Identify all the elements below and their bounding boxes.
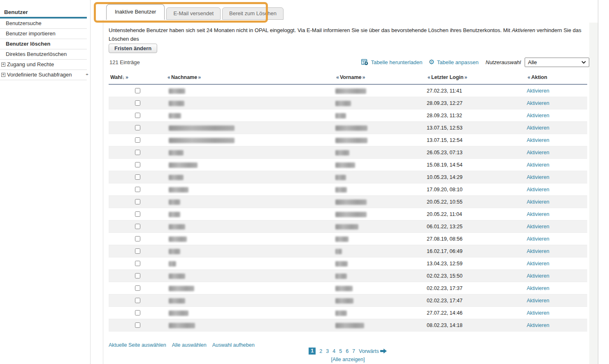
row-select-checkbox[interactable] <box>135 187 140 192</box>
row-select-checkbox[interactable] <box>135 199 140 204</box>
customize-table-link[interactable]: ⚙ Tabelle anpassen <box>428 59 479 65</box>
row-select-checkbox[interactable] <box>135 310 140 315</box>
activate-link[interactable]: Aktivieren <box>527 183 549 196</box>
page-link[interactable]: 3 <box>326 348 329 354</box>
row-select-checkbox[interactable] <box>135 248 140 254</box>
page-link[interactable]: 4 <box>332 348 335 354</box>
activate-link[interactable]: Aktivieren <box>527 146 549 159</box>
activate-link[interactable]: Aktivieren <box>527 257 549 270</box>
row-select-checkbox[interactable] <box>135 174 140 180</box>
row-select-checkbox[interactable] <box>135 211 140 217</box>
activate-link[interactable]: Aktivieren <box>527 85 549 97</box>
select-all-link[interactable]: Alle auswählen <box>172 342 207 348</box>
download-table-link[interactable]: Tabelle herunterladen <box>361 59 422 65</box>
table-row: 15.08.19, 14:54 Aktivieren <box>109 159 587 171</box>
panel-resize-icon[interactable]: ◂▸ <box>86 72 88 76</box>
column-header[interactable]: Wahl↓» <box>110 74 129 80</box>
column-header[interactable]: «Letzter Login» <box>427 74 468 80</box>
user-filter-selected-value: Alle <box>528 59 581 65</box>
last-login-value: 02.02.23, 15:50 <box>427 270 463 282</box>
activate-link[interactable]: Aktivieren <box>527 294 549 307</box>
row-select-checkbox[interactable] <box>135 261 140 266</box>
tab[interactable]: Bereit zum Löschen <box>222 7 284 20</box>
sort-chevron-right-icon[interactable]: » <box>125 74 129 80</box>
sidebar-item[interactable]: Direktes Benutzerlöschen <box>0 49 87 60</box>
sort-chevron-right-icon[interactable]: » <box>362 74 366 80</box>
sidebar-item[interactable]: Benutzer importieren <box>0 29 87 39</box>
sidebar-item[interactable]: Benutzersuche <box>0 19 87 29</box>
activate-link[interactable]: Aktivieren <box>527 319 549 332</box>
sort-chevron-left-icon[interactable]: « <box>427 74 431 80</box>
redacted-firstname <box>335 138 367 143</box>
table-row: 02.02.23, 17:37 Aktivieren <box>109 282 587 294</box>
table-row: 20.05.22, 11:04 Aktivieren <box>109 208 587 220</box>
row-select-checkbox[interactable] <box>135 322 140 328</box>
activate-link[interactable]: Aktivieren <box>527 307 549 319</box>
activate-link[interactable]: Aktivieren <box>527 233 549 245</box>
tab[interactable]: Inaktive Benutzer <box>106 4 165 20</box>
activate-link[interactable]: Aktivieren <box>527 97 549 109</box>
row-select-checkbox[interactable] <box>135 125 140 130</box>
deselect-link[interactable]: Auswahl aufheben <box>212 342 255 348</box>
redacted-lastname <box>169 175 184 180</box>
user-filter-select[interactable]: Alle <box>525 58 589 67</box>
sidebar-item[interactable]: +Zugang und Rechte <box>0 60 87 70</box>
expand-plus-icon[interactable]: + <box>1 63 5 67</box>
sidebar-item[interactable]: +Vordefinierte Suchabfragen <box>0 70 87 80</box>
activate-link[interactable]: Aktivieren <box>527 270 549 282</box>
page-link[interactable]: 6 <box>346 348 349 354</box>
activate-link[interactable]: Aktivieren <box>527 208 549 220</box>
column-header[interactable]: «Vorname» <box>335 74 366 80</box>
sort-chevron-left-icon[interactable]: « <box>527 74 531 80</box>
forward-link[interactable]: Vorwärts <box>359 348 387 354</box>
activate-link[interactable]: Aktivieren <box>527 245 549 257</box>
sort-chevron-right-icon[interactable]: » <box>463 74 468 80</box>
row-select-checkbox[interactable] <box>135 88 140 93</box>
last-login-value: 13.04.23, 12:59 <box>427 257 463 270</box>
row-select-checkbox[interactable] <box>135 236 140 241</box>
row-select-checkbox[interactable] <box>135 150 140 155</box>
column-header[interactable]: «Aktion <box>527 74 547 80</box>
activate-link[interactable]: Aktivieren <box>527 171 549 183</box>
sort-chevron-left-icon[interactable]: « <box>335 74 340 80</box>
row-select-checkbox[interactable] <box>135 100 140 106</box>
activate-link[interactable]: Aktivieren <box>527 134 549 146</box>
expand-plus-icon[interactable]: + <box>1 73 5 77</box>
page-link[interactable]: 2 <box>319 348 322 354</box>
row-select-checkbox[interactable] <box>135 298 140 303</box>
page-link[interactable]: 5 <box>339 348 342 354</box>
column-header[interactable]: «Nachname» <box>167 74 202 80</box>
row-select-checkbox[interactable] <box>135 137 140 143</box>
activate-link[interactable]: Aktivieren <box>527 109 549 122</box>
redacted-firstname <box>335 261 348 267</box>
select-current-page-link[interactable]: Aktuelle Seite auswählen <box>109 342 166 348</box>
sort-chevron-right-icon[interactable]: » <box>197 74 202 80</box>
activate-link[interactable]: Aktivieren <box>527 196 549 208</box>
show-all-link[interactable]: [Alle anzeigen] <box>331 357 365 362</box>
opal-admin-page: Benutzer Benutzersuche Benutzer importie… <box>0 0 609 364</box>
row-select-checkbox[interactable] <box>135 113 140 118</box>
sidebar-item[interactable]: Benutzer löschen <box>0 39 87 49</box>
row-select-checkbox[interactable] <box>135 224 140 229</box>
row-select-checkbox[interactable] <box>135 162 140 167</box>
last-login-value: 28.09.23, 12:27 <box>427 97 463 109</box>
activate-link[interactable]: Aktivieren <box>527 282 549 294</box>
forward-label: Vorwärts <box>359 348 379 354</box>
activate-link[interactable]: Aktivieren <box>527 220 549 233</box>
last-login-value: 20.05.22, 11:04 <box>427 208 462 220</box>
table-row: 13.04.23, 12:59 Aktivieren <box>109 257 587 270</box>
sidebar-title: Benutzer <box>4 9 28 15</box>
page-link[interactable]: 7 <box>352 348 355 354</box>
last-login-value: 15.08.19, 14:54 <box>427 159 463 171</box>
row-select-checkbox[interactable] <box>135 285 140 291</box>
sidebar-item-label: Benutzer importieren <box>6 30 56 37</box>
redacted-firstname <box>335 286 353 291</box>
fristen-aendern-button[interactable]: Fristen ändern <box>109 44 157 53</box>
last-login-value: 02.02.23, 17:47 <box>427 294 463 307</box>
tab[interactable]: E-Mail versendet <box>166 7 221 20</box>
row-select-checkbox[interactable] <box>135 273 140 278</box>
sort-chevron-left-icon[interactable]: « <box>167 74 171 80</box>
activate-link[interactable]: Aktivieren <box>527 122 549 134</box>
activate-link[interactable]: Aktivieren <box>527 159 549 171</box>
last-login-value: 08.02.23, 14:18 <box>427 319 463 332</box>
